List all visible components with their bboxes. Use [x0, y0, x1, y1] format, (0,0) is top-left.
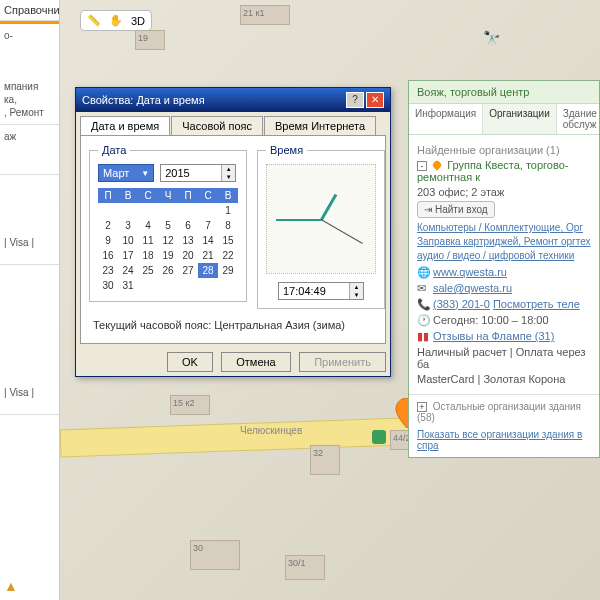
- calendar-day: [158, 278, 178, 293]
- calendar-day[interactable]: 20: [178, 248, 198, 263]
- categories: Компьютеры / Комплектующие, Орг Заправка…: [417, 221, 591, 263]
- building[interactable]: 15 к2: [170, 395, 210, 415]
- dialog-titlebar[interactable]: Свойства: Дата и время ? ✕: [76, 88, 390, 112]
- calendar-day[interactable]: 16: [98, 248, 118, 263]
- apply-button[interactable]: Применить: [299, 352, 386, 372]
- calendar-day[interactable]: 10: [118, 233, 138, 248]
- calendar-day[interactable]: 30: [98, 278, 118, 293]
- reviews-link[interactable]: Отзывы на Флампе (31): [433, 330, 554, 342]
- tab-orgs[interactable]: Организации: [483, 104, 556, 134]
- road-label: Челюскинцев: [240, 425, 302, 436]
- payment-1: Наличный расчет | Оплата через ба: [417, 346, 591, 370]
- calendar-day[interactable]: 3: [118, 218, 138, 233]
- calendar-day[interactable]: 5: [158, 218, 178, 233]
- rest-orgs: Остальные организации здания (58): [417, 401, 581, 423]
- year-down[interactable]: ▼: [222, 173, 235, 181]
- globe-icon: 🌐: [417, 266, 429, 279]
- analog-clock: [266, 164, 376, 274]
- year-up[interactable]: ▲: [222, 165, 235, 173]
- cancel-button[interactable]: Отмена: [221, 352, 290, 372]
- panel-footer: + Остальные организации здания (58) Пока…: [409, 394, 599, 457]
- sidebar-section-4: | Visa |: [0, 265, 59, 415]
- month-select[interactable]: Март▼: [98, 164, 154, 182]
- calendar-day[interactable]: 24: [118, 263, 138, 278]
- show-all-link[interactable]: Показать все организации здания в спра: [417, 429, 582, 451]
- calendar-day[interactable]: 21: [198, 248, 218, 263]
- calendar-day: [98, 203, 118, 218]
- year-input[interactable]: [161, 165, 221, 181]
- sidebar-section-3: | Visa |: [0, 175, 59, 265]
- calendar-day[interactable]: 6: [178, 218, 198, 233]
- second-hand: [321, 219, 363, 244]
- calendar-day[interactable]: 29: [218, 263, 238, 278]
- ok-button[interactable]: OK: [167, 352, 213, 372]
- hour-hand: [320, 194, 338, 221]
- calendar-day[interactable]: 26: [158, 263, 178, 278]
- show-phone-link[interactable]: Посмотреть теле: [493, 298, 580, 310]
- calendar-day[interactable]: 1: [218, 203, 238, 218]
- time-up[interactable]: ▲: [350, 283, 363, 291]
- calendar-day: [158, 203, 178, 218]
- building[interactable]: 21 к1: [240, 5, 290, 25]
- ruler-icon[interactable]: 📏: [87, 14, 101, 27]
- bank-icon[interactable]: [372, 430, 386, 444]
- building[interactable]: 32: [310, 445, 340, 475]
- calendar-day[interactable]: 4: [138, 218, 158, 233]
- calendar-day[interactable]: 22: [218, 248, 238, 263]
- org-row[interactable]: - Группа Квеста, торгово-ремонтная к: [417, 159, 591, 183]
- time-down[interactable]: ▼: [350, 291, 363, 299]
- website-link[interactable]: www.qwesta.ru: [433, 266, 507, 278]
- calendar-day[interactable]: 28: [198, 263, 218, 278]
- calendar-day[interactable]: 7: [198, 218, 218, 233]
- find-entrance-button[interactable]: ⇥Найти вход: [417, 201, 495, 218]
- calendar-day[interactable]: 27: [178, 263, 198, 278]
- calendar-day[interactable]: 2: [98, 218, 118, 233]
- panel-tabs: Информация Организации Здание обслуж: [409, 104, 599, 135]
- collapse-icon[interactable]: -: [417, 161, 427, 171]
- calendar-day: [178, 203, 198, 218]
- date-fieldset: Дата Март▼ ▲▼ ПВСЧПСВ 123456789101112131…: [89, 144, 247, 302]
- calendar-day[interactable]: 11: [138, 233, 158, 248]
- building[interactable]: 30: [190, 540, 240, 570]
- building[interactable]: 19: [135, 30, 165, 50]
- calendar-day[interactable]: 8: [218, 218, 238, 233]
- calendar-day[interactable]: 18: [138, 248, 158, 263]
- left-sidebar: Справочники о- мпания ка, , Ремонт аж | …: [0, 0, 60, 600]
- calendar-day[interactable]: 9: [98, 233, 118, 248]
- calendar-day[interactable]: 25: [138, 263, 158, 278]
- time-spinner[interactable]: ▲▼: [278, 282, 364, 300]
- calendar-day[interactable]: 14: [198, 233, 218, 248]
- chevron-down-icon: ▼: [141, 169, 149, 178]
- dialog-buttons: OK Отмена Применить: [76, 348, 390, 376]
- calendar-day[interactable]: 23: [98, 263, 118, 278]
- calendar-day[interactable]: 31: [118, 278, 138, 293]
- help-button[interactable]: ?: [346, 92, 364, 108]
- tab-datetime[interactable]: Дата и время: [80, 116, 170, 135]
- timezone-label: Текущий часовой пояс: Центральная Азия (…: [89, 309, 377, 335]
- hand-icon[interactable]: ✋: [109, 14, 123, 27]
- building[interactable]: 30/1: [285, 555, 325, 580]
- sidebar-header[interactable]: Справочники: [0, 0, 59, 21]
- payment-2: MasterCard | Золотая Корона: [417, 373, 591, 385]
- tab-service[interactable]: Здание обслуж: [557, 104, 600, 134]
- time-input[interactable]: [279, 283, 349, 299]
- expand-icon[interactable]: +: [417, 402, 427, 412]
- calendar-day[interactable]: 13: [178, 233, 198, 248]
- tab-info[interactable]: Информация: [409, 104, 483, 134]
- calendar-day[interactable]: 15: [218, 233, 238, 248]
- email-link[interactable]: sale@qwesta.ru: [433, 282, 512, 294]
- year-spinner[interactable]: ▲▼: [160, 164, 236, 182]
- calendar-day[interactable]: 17: [118, 248, 138, 263]
- dialog-title: Свойства: Дата и время: [82, 94, 205, 106]
- flamp-icon: ▮▮: [417, 330, 429, 343]
- dialog-tabs: Дата и время Часовой пояс Время Интернет…: [76, 112, 390, 135]
- calendar-day[interactable]: 19: [158, 248, 178, 263]
- binoculars-icon[interactable]: 🔭: [483, 30, 500, 46]
- 3d-toggle[interactable]: 3D: [131, 15, 145, 27]
- tab-internet-time[interactable]: Время Интернета: [264, 116, 376, 135]
- time-legend: Время: [266, 144, 307, 156]
- datetime-dialog: Свойства: Дата и время ? ✕ Дата и время …: [75, 87, 391, 377]
- tab-timezone[interactable]: Часовой пояс: [171, 116, 263, 135]
- close-button[interactable]: ✕: [366, 92, 384, 108]
- calendar-day[interactable]: 12: [158, 233, 178, 248]
